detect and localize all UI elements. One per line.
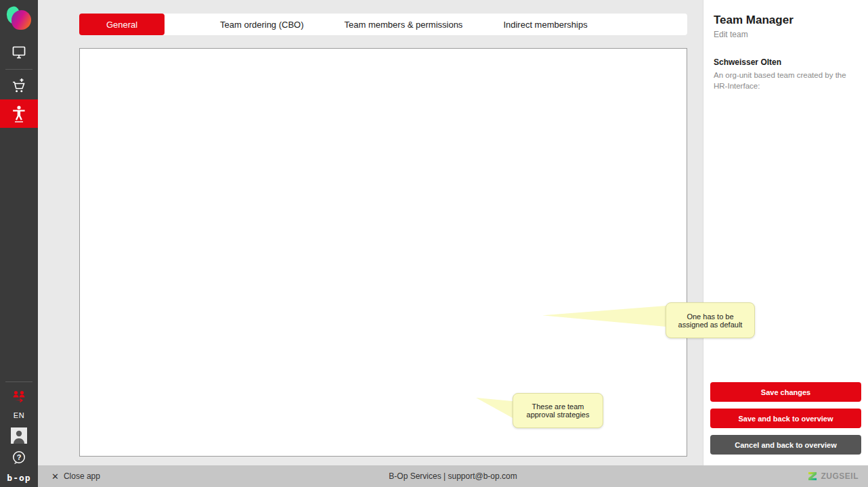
close-app-label: Close app (64, 471, 100, 481)
close-app-button[interactable]: ✕ Close app (51, 471, 100, 482)
tab-indirect-memberships[interactable]: Indirect memberships (483, 14, 607, 35)
app-logo-blob (12, 10, 31, 30)
zugseil-brand: ZUGSEIL (807, 471, 859, 482)
save-changes-button[interactable]: Save changes (710, 382, 861, 402)
monitor-icon[interactable] (0, 39, 38, 65)
tooltip-strategy: These are team approval strategies (513, 393, 603, 428)
left-sidebar: EN ? b-op (0, 0, 38, 487)
avatar-icon[interactable] (0, 424, 38, 447)
cancel-back-button[interactable]: Cancel and back to overview (710, 435, 861, 455)
sidebar-bottom-group: EN ? b-op (0, 377, 38, 487)
zugseil-z-icon (807, 471, 818, 482)
save-back-button[interactable]: Save and back to overview (710, 409, 861, 428)
team-description: An org-unit based team created by the HR… (714, 70, 857, 91)
right-panel: Team Manager Edit team Schweisser Olten … (703, 0, 868, 465)
language-switcher[interactable]: EN (14, 411, 24, 419)
sidebar-divider-bottom (5, 381, 32, 382)
cart-add-icon[interactable] (0, 74, 38, 99)
close-icon: ✕ (51, 471, 59, 482)
tab-general[interactable]: General (79, 14, 165, 35)
page-title: Team Manager (714, 14, 794, 27)
sidebar-divider-top (5, 69, 32, 70)
tooltip-default: One has to be assigned as default (666, 302, 755, 338)
tab-team-ordering[interactable]: Team ordering (CBO) (200, 14, 324, 35)
tab-team-members[interactable]: Team members & permissions (324, 14, 483, 35)
footer-bar: ✕ Close app B-Op Services | support@b-op… (38, 465, 868, 487)
zugseil-wordmark: ZUGSEIL (821, 471, 859, 481)
page-subtitle: Edit team (714, 30, 748, 39)
bop-logo: b-op (7, 473, 30, 483)
svg-text:?: ? (17, 453, 22, 461)
team-name: Schweisser Olten (714, 57, 781, 67)
footer-support-text: B-Op Services | support@b-op.com (38, 471, 868, 481)
user-switch-icon[interactable] (0, 386, 38, 407)
app-logo[interactable] (5, 4, 33, 34)
tab-bar: General Team ordering (CBO) Team members… (79, 14, 687, 35)
help-icon[interactable]: ? (0, 447, 38, 469)
team-manager-icon[interactable] (0, 99, 38, 128)
